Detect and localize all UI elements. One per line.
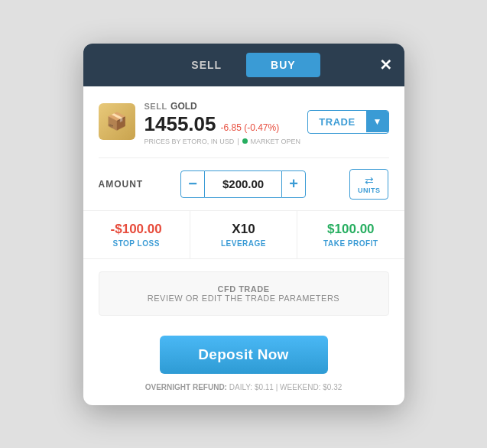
leverage-value: X10: [198, 222, 289, 237]
trade-button[interactable]: TRADE ▼: [307, 110, 388, 134]
stop-loss-cell[interactable]: -$100.00 STOP LOSS: [83, 211, 190, 258]
close-button[interactable]: ✕: [379, 56, 392, 74]
stop-loss-label: STOP LOSS: [91, 239, 182, 248]
tab-sell[interactable]: SELL: [167, 53, 246, 77]
take-profit-cell[interactable]: $100.00 TAKE PROFIT: [297, 211, 404, 258]
leverage-label: LEVERAGE: [198, 239, 289, 248]
amount-input[interactable]: [205, 170, 281, 198]
asset-info: SELL GOLD 1455.05 -6.85 (-0.47%) PRICES …: [144, 99, 300, 145]
take-profit-label: TAKE PROFIT: [305, 239, 396, 248]
amount-decrease-button[interactable]: −: [180, 170, 205, 198]
amount-row: AMOUNT − + ⇄ UNITS: [83, 158, 404, 210]
params-row: -$100.00 STOP LOSS X10 LEVERAGE $100.00 …: [83, 210, 404, 259]
overnight-refund: OVERNIGHT REFUND: DAILY: $0.11 | WEEKEND…: [83, 374, 404, 405]
cfd-subtitle: REVIEW OR EDIT THE TRADE PARAMETERS: [115, 294, 373, 303]
amount-controls: − +: [180, 170, 306, 198]
trade-btn-arrow-icon[interactable]: ▼: [366, 111, 388, 132]
units-label: UNITS: [358, 187, 381, 194]
price-source: PRICES BY ETORO, IN USD | MARKET OPEN: [144, 138, 300, 145]
cfd-info: CFD TRADE REVIEW OR EDIT THE TRADE PARAM…: [99, 271, 389, 316]
units-button[interactable]: ⇄ UNITS: [349, 169, 389, 200]
take-profit-value: $100.00: [305, 222, 396, 237]
asset-name: GOLD: [170, 101, 197, 112]
modal-header: SELL BUY ✕: [83, 44, 404, 86]
units-swap-icon: ⇄: [365, 174, 374, 187]
amount-label: AMOUNT: [99, 179, 144, 190]
overnight-weekend: WEEKEND: $0.32: [280, 383, 342, 391]
asset-icon: 📦: [99, 103, 135, 140]
price-row: 1455.05 -6.85 (-0.47%): [144, 112, 300, 136]
asset-left: 📦 SELL GOLD 1455.05 -6.85 (-0.47%) PRICE…: [99, 99, 300, 145]
trade-btn-label: TRADE: [308, 111, 365, 133]
market-open-dot: [242, 138, 248, 144]
sell-label: SELL: [144, 102, 167, 111]
trade-modal: SELL BUY ✕ 📦 SELL GOLD 1455.05 -6.85 (-0…: [83, 44, 404, 405]
deposit-now-button[interactable]: Deposit Now: [160, 336, 328, 374]
deposit-section: Deposit Now: [83, 328, 404, 374]
amount-increase-button[interactable]: +: [281, 170, 306, 198]
price-change: -6.85 (-0.47%): [220, 122, 279, 133]
tab-buy[interactable]: BUY: [246, 53, 320, 77]
asset-price: 1455.05: [144, 112, 216, 136]
overnight-label: OVERNIGHT REFUND:: [145, 383, 227, 391]
asset-row: 📦 SELL GOLD 1455.05 -6.85 (-0.47%) PRICE…: [83, 86, 404, 157]
tab-group: SELL BUY: [167, 53, 320, 77]
stop-loss-value: -$100.00: [91, 222, 182, 237]
overnight-daily: DAILY: $0.11: [229, 383, 274, 391]
cfd-title: CFD TRADE: [115, 284, 373, 294]
leverage-cell[interactable]: X10 LEVERAGE: [190, 211, 297, 258]
